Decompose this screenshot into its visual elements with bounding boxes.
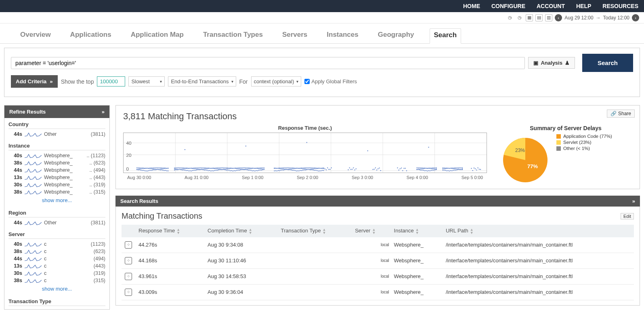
- facet-row[interactable]: 44s c (494): [8, 255, 105, 262]
- table-row[interactable]: ⁘ 43.961s Aug 30 14:58:53 local Webspher…: [122, 268, 634, 284]
- svg-rect-107: [182, 167, 183, 168]
- share-button[interactable]: 🔗Share: [607, 110, 635, 118]
- svg-rect-190: [218, 169, 219, 169]
- svg-rect-292: [261, 170, 262, 171]
- svg-rect-349: [295, 168, 296, 169]
- nav-configure[interactable]: CONFIGURE: [491, 3, 525, 9]
- apply-filters-input[interactable]: [304, 79, 310, 84]
- svg-rect-473: [428, 170, 429, 171]
- svg-rect-117: [186, 168, 187, 169]
- facet-row[interactable]: 30s Websphere_ .. (319): [8, 181, 105, 188]
- query-input[interactable]: [11, 57, 525, 69]
- svg-rect-381: [309, 167, 310, 168]
- grid2-icon[interactable]: ▤: [535, 14, 543, 21]
- svg-text:0: 0: [126, 167, 129, 171]
- svg-rect-482: [431, 168, 432, 169]
- tab-instances[interactable]: Instances: [323, 28, 362, 43]
- dice-icon[interactable]: ⁘: [125, 289, 132, 296]
- clock-icon[interactable]: ◷: [506, 14, 514, 21]
- tab-overview[interactable]: Overview: [16, 28, 55, 43]
- grid1-icon[interactable]: ▦: [526, 14, 533, 21]
- svg-rect-502: [445, 170, 446, 171]
- swatch-icon: [556, 146, 561, 151]
- tab-applications[interactable]: Applications: [66, 28, 115, 43]
- svg-rect-165: [206, 169, 207, 169]
- facet-row[interactable]: 13s Websphere_ .. (443): [8, 174, 105, 181]
- svg-rect-93: [177, 167, 178, 168]
- svg-rect-67: [160, 169, 161, 169]
- add-criteria-button[interactable]: Add Criteria »: [11, 75, 58, 88]
- svg-rect-79: [165, 168, 166, 169]
- clock2-icon[interactable]: ◷: [516, 14, 523, 21]
- svg-rect-287: [260, 170, 260, 171]
- tab-transaction-types[interactable]: Transaction Types: [199, 28, 267, 43]
- table-row[interactable]: ⁘ 44.276s Aug 30 9:34:08 local Websphere…: [122, 237, 634, 253]
- table-row[interactable]: ⁘ 43.009s Aug 30 9:36:04 local Websphere…: [122, 284, 634, 300]
- top-n-input[interactable]: [97, 76, 125, 86]
- nav-account[interactable]: ACCOUNT: [537, 3, 565, 9]
- scatter-chart: Response Time (sec.) 40 20 0 Aug 30 0:00…: [123, 125, 487, 180]
- svg-rect-517: [451, 168, 452, 169]
- facet-row[interactable]: 44s Other (3811): [8, 131, 105, 138]
- show-more-link[interactable]: show more...: [8, 284, 105, 293]
- facet-row[interactable]: 30s c (319): [8, 270, 105, 277]
- svg-rect-402: [318, 171, 319, 171]
- dice-icon[interactable]: ⁘: [125, 273, 132, 280]
- col-header[interactable]: Response Time▲▼: [135, 225, 204, 237]
- facet-row[interactable]: 38s Websphere_ .. (315): [8, 188, 105, 196]
- svg-rect-159: [204, 167, 205, 168]
- show-more-link[interactable]: show more...: [8, 196, 105, 205]
- context-select[interactable]: context (optional)▾: [251, 76, 302, 86]
- table-row[interactable]: ⁘ 44.168s Aug 30 11:10:46 local Webspher…: [122, 253, 634, 268]
- facet-row[interactable]: 44s Other (3811): [8, 219, 105, 226]
- scope-select[interactable]: End-to-End Transactions▾: [168, 76, 236, 86]
- prev-range-button[interactable]: ‹: [555, 14, 562, 21]
- col-header[interactable]: Instance▲▼: [391, 225, 443, 237]
- svg-rect-195: [220, 169, 220, 169]
- facet-row[interactable]: 38s Websphere_ .. (623): [8, 159, 105, 167]
- edit-button[interactable]: Edit: [621, 213, 634, 219]
- tab-search[interactable]: Search: [430, 28, 461, 44]
- dice-icon[interactable]: ⁘: [125, 241, 132, 249]
- svg-rect-237: [238, 168, 239, 169]
- facet-row[interactable]: 38s c (623): [8, 248, 105, 255]
- facet-row[interactable]: 40s Websphere_ .. (1123): [8, 152, 105, 159]
- svg-rect-158: [204, 169, 205, 169]
- next-range-button[interactable]: ›: [632, 14, 639, 21]
- svg-rect-129: [191, 171, 192, 171]
- svg-rect-442: [402, 170, 403, 171]
- sparkline-icon: [25, 220, 42, 226]
- svg-rect-235: [238, 170, 239, 171]
- sort-select[interactable]: Slowest▾: [128, 76, 165, 86]
- tab-application-map[interactable]: Application Map: [127, 28, 188, 43]
- svg-rect-380: [308, 169, 308, 170]
- col-header[interactable]: Transaction Type▲▼: [278, 225, 352, 237]
- col-header[interactable]: Completion Time▲▼: [204, 225, 277, 237]
- matching-count-title: 3,811 Matching Transactions: [123, 111, 632, 122]
- nav-home[interactable]: HOME: [463, 3, 480, 9]
- nav-help[interactable]: HELP: [576, 3, 591, 9]
- svg-rect-120: [187, 170, 188, 171]
- apply-filters-checkbox[interactable]: Apply Global Filters: [304, 78, 357, 84]
- svg-rect-144: [197, 169, 198, 169]
- facet-row[interactable]: 13s c (443): [8, 262, 105, 270]
- dice-icon[interactable]: ⁘: [125, 257, 132, 264]
- collapse-sidebar-button[interactable]: »: [102, 109, 105, 115]
- svg-rect-261: [248, 169, 249, 169]
- facet-row[interactable]: 38s c (315): [8, 277, 105, 284]
- svg-rect-375: [306, 169, 307, 170]
- col-header[interactable]: Server▲▼: [352, 225, 390, 237]
- svg-rect-175: [212, 170, 212, 171]
- nav-resources[interactable]: RESOURCES: [602, 3, 638, 9]
- expand-results-button[interactable]: »: [632, 198, 635, 204]
- grid3-icon[interactable]: ▥: [545, 14, 552, 21]
- search-button[interactable]: Search: [582, 54, 633, 72]
- facet-row[interactable]: 44s Websphere_ .. (494): [8, 167, 105, 174]
- tab-geography[interactable]: Geography: [374, 28, 418, 43]
- col-header[interactable]: URL Path▲▼: [443, 225, 634, 237]
- svg-rect-66: [160, 170, 161, 171]
- analysis-button[interactable]: ▣ Analysis ♟: [528, 57, 575, 69]
- svg-rect-73: [162, 170, 163, 171]
- tab-servers[interactable]: Servers: [278, 28, 311, 43]
- facet-row[interactable]: 40s c (1123): [8, 241, 105, 248]
